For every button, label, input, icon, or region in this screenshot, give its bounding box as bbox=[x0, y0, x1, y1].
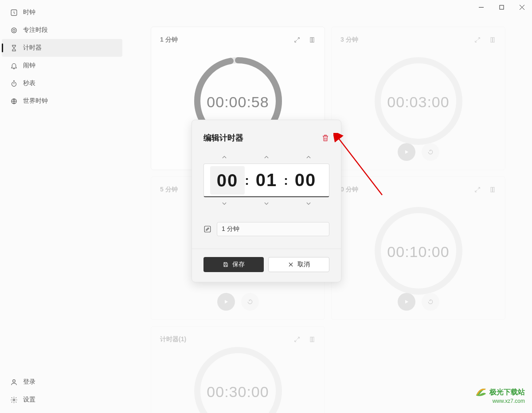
timer-name: 3 分钟 bbox=[340, 36, 358, 44]
delete-button[interactable] bbox=[321, 134, 329, 142]
svg-point-10 bbox=[13, 399, 15, 401]
play-button[interactable] bbox=[398, 143, 415, 161]
svg-point-5 bbox=[11, 27, 16, 32]
cancel-button[interactable]: 取消 bbox=[268, 257, 329, 272]
sidebar-item-timer[interactable]: 计时器 bbox=[2, 39, 122, 57]
minimize-button[interactable] bbox=[471, 0, 491, 14]
svg-point-15 bbox=[197, 350, 279, 413]
time-picker: 00 : 01 : 00 bbox=[192, 151, 341, 210]
expand-icon[interactable] bbox=[293, 336, 301, 343]
svg-rect-1 bbox=[500, 5, 504, 9]
seconds-up-button[interactable] bbox=[289, 151, 329, 164]
sidebar-item-clock[interactable]: 时钟 bbox=[2, 4, 122, 21]
hours-value[interactable]: 00 bbox=[210, 166, 245, 195]
sidebar-item-login[interactable]: 登录 bbox=[2, 373, 122, 391]
dialog-title: 编辑计时器 bbox=[203, 132, 243, 143]
reset-button[interactable] bbox=[422, 293, 439, 311]
watermark-text: 极光下载站 bbox=[489, 388, 525, 397]
hours-up-button[interactable] bbox=[204, 151, 244, 164]
watermark-logo-icon bbox=[474, 386, 488, 399]
sidebar-item-label: 世界时钟 bbox=[23, 97, 48, 105]
pin-icon[interactable] bbox=[309, 36, 316, 43]
sidebar-item-label: 时钟 bbox=[23, 8, 35, 16]
target-icon bbox=[10, 26, 18, 34]
close-button[interactable] bbox=[512, 0, 532, 14]
seconds-down-button[interactable] bbox=[289, 197, 329, 210]
sidebar-item-label: 闹钟 bbox=[23, 62, 35, 70]
sidebar-item-worldclock[interactable]: 世界时钟 bbox=[2, 92, 122, 110]
timer-name: 计时器(1) bbox=[160, 335, 186, 343]
timer-card-3min[interactable]: 3 分钟 00:03:00 bbox=[331, 27, 505, 170]
timer-display: 00:03:00 bbox=[387, 94, 449, 111]
minutes-down-button[interactable] bbox=[246, 197, 286, 210]
watermark-url: www.xz7.com bbox=[474, 398, 525, 404]
timer-card-10min[interactable]: 0 分钟 00:10:00 bbox=[331, 176, 505, 320]
watermark: 极光下载站 www.xz7.com bbox=[474, 386, 525, 404]
timer-ring: 00:30:00 bbox=[192, 344, 285, 413]
colon: : bbox=[245, 173, 249, 188]
time-display[interactable]: 00 : 01 : 00 bbox=[203, 164, 329, 197]
pin-icon[interactable] bbox=[309, 336, 316, 343]
reset-button[interactable] bbox=[422, 143, 439, 161]
play-button[interactable] bbox=[217, 293, 235, 311]
gear-icon bbox=[10, 396, 18, 404]
timer-display: 00:10:00 bbox=[387, 243, 449, 261]
sidebar-item-label: 秒表 bbox=[23, 79, 35, 87]
pin-icon[interactable] bbox=[489, 186, 496, 193]
svg-point-6 bbox=[13, 29, 15, 31]
pin-icon[interactable] bbox=[489, 36, 496, 43]
user-icon bbox=[10, 378, 18, 386]
sidebar-item-settings[interactable]: 设置 bbox=[2, 391, 122, 409]
hours-down-button[interactable] bbox=[204, 197, 244, 210]
globe-icon bbox=[10, 97, 18, 105]
timer-ring: 00:10:00 bbox=[372, 204, 465, 299]
svg-point-9 bbox=[12, 379, 15, 382]
stopwatch-icon bbox=[10, 79, 18, 87]
colon: : bbox=[284, 173, 288, 188]
bell-icon bbox=[10, 62, 18, 70]
timer-ring: 00:03:00 bbox=[372, 55, 465, 149]
edit-timer-dialog: 编辑计时器 00 : 01 : 00 保存 bbox=[192, 120, 341, 282]
sidebar-item-label: 登录 bbox=[23, 378, 35, 386]
save-button[interactable]: 保存 bbox=[203, 257, 264, 272]
expand-icon[interactable] bbox=[474, 36, 481, 43]
sidebar-item-label: 计时器 bbox=[23, 44, 42, 52]
timer-name-input[interactable] bbox=[217, 222, 329, 236]
minutes-value[interactable]: 01 bbox=[249, 170, 284, 190]
svg-rect-16 bbox=[204, 226, 211, 232]
window-controls bbox=[471, 0, 532, 14]
expand-icon[interactable] bbox=[293, 36, 301, 43]
save-label: 保存 bbox=[232, 261, 245, 269]
timer-name: 5 分钟 bbox=[160, 186, 178, 194]
sidebar-item-stopwatch[interactable]: 秒表 bbox=[2, 74, 122, 92]
minutes-up-button[interactable] bbox=[246, 151, 286, 164]
sidebar: 时钟 专注时段 计时器 闹钟 秒表 世界时钟 登录 设置 bbox=[0, 0, 124, 413]
sidebar-item-label: 设置 bbox=[23, 396, 35, 404]
timer-name: 0 分钟 bbox=[340, 186, 358, 194]
sidebar-item-focus[interactable]: 专注时段 bbox=[2, 21, 122, 39]
timer-display: 00:30:00 bbox=[207, 383, 269, 401]
maximize-button[interactable] bbox=[491, 0, 512, 14]
timer-name: 1 分钟 bbox=[160, 36, 178, 44]
timer-display: 00:00:58 bbox=[207, 94, 269, 111]
sidebar-item-label: 专注时段 bbox=[23, 26, 48, 34]
sidebar-item-alarm[interactable]: 闹钟 bbox=[2, 57, 122, 74]
timer-card-custom1[interactable]: 计时器(1) 00:30:00 bbox=[151, 326, 325, 413]
cancel-label: 取消 bbox=[297, 261, 310, 269]
edit-name-icon bbox=[203, 225, 211, 233]
play-button[interactable] bbox=[398, 293, 415, 311]
clock-square-icon bbox=[10, 8, 18, 16]
seconds-value[interactable]: 00 bbox=[288, 170, 323, 190]
expand-icon[interactable] bbox=[474, 186, 481, 193]
reset-button[interactable] bbox=[241, 293, 259, 311]
hourglass-icon bbox=[10, 44, 18, 52]
